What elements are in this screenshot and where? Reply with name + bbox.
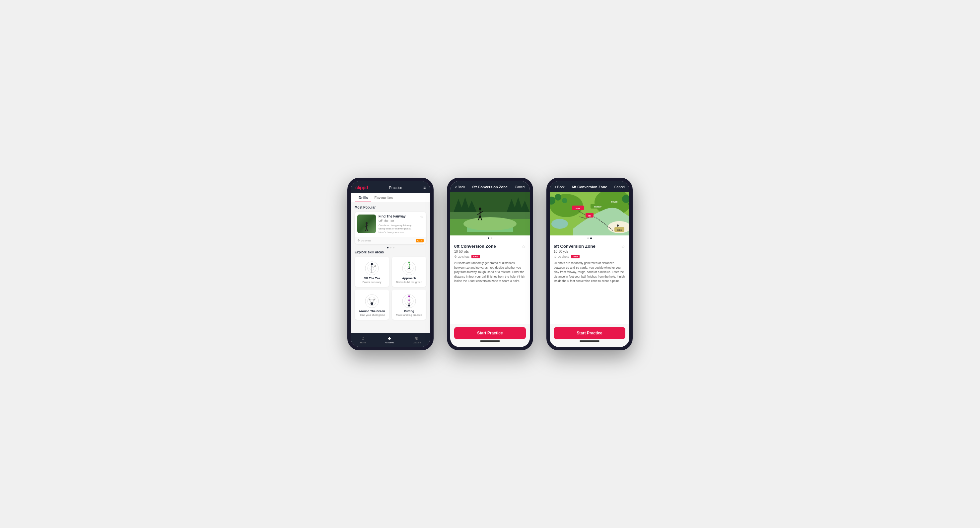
drill-map: Miss Hit — [550, 192, 629, 235]
phone3-home-indicator — [579, 340, 600, 342]
featured-info: Find The Fairway Off The Tee Create an i… — [379, 215, 417, 234]
phone3-content: Miss Hit — [550, 192, 629, 324]
dot-3 — [393, 247, 395, 249]
tab-drills[interactable]: Drills — [355, 193, 371, 202]
skill-card-ott[interactable]: Off The Tee Power accuracy — [355, 257, 389, 287]
svg-point-0 — [366, 222, 368, 224]
drill-shots: ⏱ 20 shots — [454, 255, 469, 258]
drill-range: 10-50 yds — [454, 250, 526, 254]
phone2-content: 6ft Conversion Zone ☆ 10-50 yds ⏱ 20 sho… — [450, 192, 530, 324]
drill-photo — [450, 192, 530, 235]
drill-title-row: 6ft Conversion Zone ☆ — [454, 244, 526, 249]
phone1-content: Most Popular — [351, 202, 430, 333]
home-indicator — [480, 340, 500, 342]
svg-text:Hit: Hit — [588, 215, 591, 217]
menu-icon[interactable]: ≡ — [423, 185, 426, 190]
ott-icon — [364, 260, 380, 277]
explore-label: Explore skill areas — [355, 250, 426, 254]
putting-icon — [401, 293, 417, 309]
svg-line-5 — [367, 228, 368, 231]
back-button[interactable]: < Back — [455, 185, 465, 189]
phone-1-screen: clippd Practice ≡ Drills Favourites Most… — [351, 181, 430, 347]
svg-text:ROUGH: ROUGH — [611, 201, 618, 203]
featured-card[interactable]: Find The Fairway Off The Tee Create an i… — [355, 212, 426, 244]
image-dots — [450, 238, 530, 239]
home-label: Home — [360, 341, 366, 344]
approach-desc: Dial-in to hit the green — [396, 281, 422, 284]
phone-3: < Back 6ft Conversion Zone Cancel — [546, 178, 633, 350]
phone3-drill-info: 6ft Conversion Zone ☆ 10-50 yds ⏱ 20 sho… — [550, 241, 629, 287]
phone-1: clippd Practice ≡ Drills Favourites Most… — [347, 178, 434, 350]
phone3-drill-range: 10-50 yds — [554, 250, 625, 254]
dot-2 — [390, 247, 391, 249]
shots-label: ⏱ 10 shots — [357, 239, 371, 242]
putting-name: Putting — [404, 309, 414, 313]
arg-badge: ARG — [471, 255, 480, 258]
approach-icon — [401, 260, 417, 277]
phone3-header: < Back 6ft Conversion Zone Cancel — [550, 181, 629, 192]
atg-name: Around The Green — [359, 309, 385, 313]
activities-icon: ♣ — [388, 335, 391, 341]
skill-card-approach[interactable]: Approach Dial-in to hit the green — [392, 257, 426, 287]
nav-activities[interactable]: ♣ Activities — [385, 335, 394, 344]
ott-desc: Power accuracy — [363, 281, 382, 284]
drill-info: 6ft Conversion Zone ☆ 10-50 yds ⏱ 20 sho… — [450, 241, 530, 287]
svg-point-65 — [617, 225, 619, 227]
start-practice-button[interactable]: Start Practice — [454, 327, 526, 339]
img-dot-1 — [488, 238, 489, 239]
dot-1 — [387, 247, 388, 249]
phone3-arg-badge: ARG — [571, 255, 579, 258]
svg-line-4 — [365, 228, 367, 231]
svg-text:Miss: Miss — [576, 207, 580, 209]
svg-point-16 — [408, 262, 410, 263]
phone3-cancel-button[interactable]: Cancel — [614, 185, 625, 189]
featured-thumbnail — [357, 215, 376, 233]
svg-point-17 — [408, 268, 410, 269]
map-dot-1 — [587, 238, 589, 239]
tab-favourites[interactable]: Favourites — [371, 193, 396, 202]
phone3-drill-title: 6ft Conversion Zone — [554, 244, 595, 249]
favourite-icon[interactable]: ☆ — [420, 215, 424, 219]
card-description: Create an imaginary fairway using trees … — [379, 224, 417, 234]
phone3-drill-shots: ⏱ 20 shots — [554, 255, 569, 258]
drill-fav-icon[interactable]: ☆ — [522, 244, 526, 249]
svg-point-44 — [463, 217, 517, 230]
cancel-button[interactable]: Cancel — [515, 185, 525, 189]
svg-point-21 — [371, 302, 373, 305]
phone3-back-button[interactable]: < Back — [554, 185, 565, 189]
tabs-bar: Drills Favourites — [351, 193, 430, 202]
putting-desc: Make and lag practice — [396, 313, 422, 316]
phone3-title: 6ft Conversion Zone — [572, 185, 607, 189]
phone3-start-practice-button[interactable]: Start Practice — [554, 327, 625, 339]
carousel-dots — [355, 247, 426, 249]
skill-card-atg[interactable]: Around The Green Hone your short game — [355, 290, 389, 320]
img-dot-2 — [491, 238, 492, 239]
drill-title: 6ft Conversion Zone — [454, 244, 496, 249]
ott-badge: OTT — [416, 239, 424, 242]
phone-2: < Back 6ft Conversion Zone Cancel — [447, 178, 533, 350]
activities-label: Activities — [385, 341, 394, 344]
skill-card-putting[interactable]: Putting Make and lag practice — [392, 290, 426, 320]
ott-name: Off The Tee — [364, 277, 380, 280]
most-popular-label: Most Popular — [355, 206, 426, 209]
svg-point-33 — [408, 305, 410, 306]
svg-point-45 — [479, 207, 481, 210]
card-subtitle: Off The Tee — [379, 219, 417, 223]
phone3-footer: Start Practice — [550, 324, 629, 347]
svg-point-58 — [562, 198, 567, 203]
approach-name: Approach — [402, 277, 416, 280]
phone1-header: clippd Practice ≡ — [351, 181, 430, 193]
svg-point-18 — [365, 295, 379, 308]
phone3-drill-shots-row: ⏱ 20 shots ARG — [554, 255, 625, 258]
phone3-drill-fav-icon[interactable]: ☆ — [621, 244, 625, 249]
svg-point-55 — [551, 219, 568, 229]
drill-shots-row: ⏱ 20 shots ARG — [454, 255, 526, 258]
map-image-dots — [550, 238, 629, 239]
nav-capture[interactable]: ⊕ Capture — [413, 335, 421, 344]
nav-home[interactable]: ⌂ Home — [360, 335, 366, 344]
card-footer: ⏱ 10 shots OTT — [355, 237, 426, 244]
phone2-header: < Back 6ft Conversion Zone Cancel — [450, 181, 530, 192]
home-icon: ⌂ — [362, 335, 364, 341]
phone2-title: 6ft Conversion Zone — [473, 185, 508, 189]
svg-text:SAND: SAND — [617, 229, 622, 231]
